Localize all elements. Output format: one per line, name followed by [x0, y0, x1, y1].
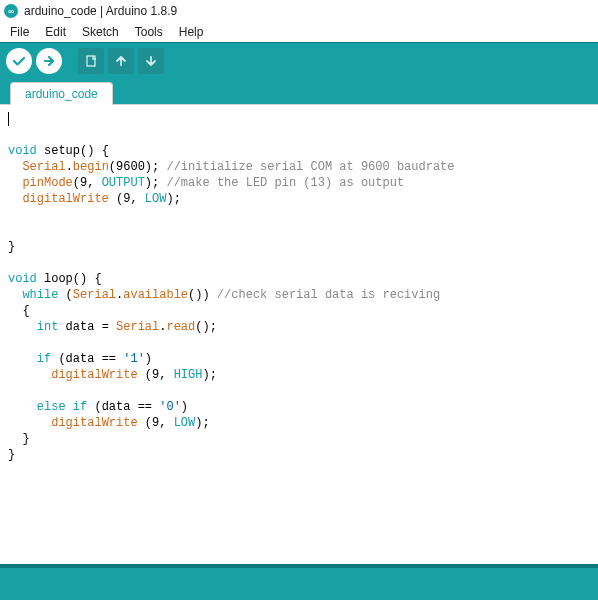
menu-file[interactable]: File: [4, 23, 35, 41]
code-text: (data ==: [87, 400, 159, 414]
code-text: [8, 352, 37, 366]
code-text: () {: [80, 144, 109, 158]
arrow-down-icon: [144, 54, 158, 68]
arrow-up-icon: [114, 54, 128, 68]
code-text: [8, 192, 22, 206]
window-title: arduino_code | Arduino 1.8.9: [24, 4, 177, 18]
tabstrip: arduino_code: [0, 78, 598, 104]
code-comment: //initialize serial COM at 9600 baudrate: [159, 160, 454, 174]
code-text: }: [8, 240, 15, 254]
code-fn: digitalWrite: [51, 416, 137, 430]
code-str: '0': [159, 400, 181, 414]
code-comment: //check serial data is reciving: [210, 288, 440, 302]
code-text: [8, 288, 22, 302]
code-text: [8, 368, 51, 382]
code-fn: available: [123, 288, 188, 302]
code-text: ): [181, 400, 188, 414]
code-text: () {: [73, 272, 102, 286]
code-text: [8, 400, 37, 414]
code-text: (9600);: [109, 160, 159, 174]
code-fn: Serial: [116, 320, 159, 334]
titlebar: ∞ arduino_code | Arduino 1.8.9: [0, 0, 598, 22]
menubar: File Edit Sketch Tools Help: [0, 22, 598, 42]
console-panel: [0, 564, 598, 600]
code-fn: digitalWrite: [22, 192, 108, 206]
code-str: '1': [123, 352, 145, 366]
code-text: (data ==: [51, 352, 123, 366]
code-kw: void: [8, 144, 37, 158]
new-file-icon: [84, 54, 98, 68]
code-text: [8, 320, 37, 334]
code-fn: read: [166, 320, 195, 334]
code-kw: void: [8, 272, 37, 286]
code-text: ()): [188, 288, 210, 302]
text-cursor: [8, 112, 9, 126]
code-text: ): [145, 352, 152, 366]
save-button[interactable]: [138, 48, 164, 74]
code-text: }: [8, 432, 30, 446]
code-kw: int: [37, 320, 59, 334]
code-text: );: [166, 192, 180, 206]
tab-current[interactable]: arduino_code: [10, 82, 113, 105]
code-text: [8, 160, 22, 174]
code-const: OUTPUT: [102, 176, 145, 190]
code-kw: if: [37, 352, 51, 366]
menu-tools[interactable]: Tools: [129, 23, 169, 41]
code-const: LOW: [145, 192, 167, 206]
code-text: {: [8, 304, 30, 318]
new-button[interactable]: [78, 48, 104, 74]
check-icon: [12, 54, 26, 68]
code-fn: pinMode: [22, 176, 72, 190]
code-text: data =: [58, 320, 116, 334]
code-comment: //make the LED pin (13) as output: [159, 176, 404, 190]
code-text: );: [195, 416, 209, 430]
menu-sketch[interactable]: Sketch: [76, 23, 125, 41]
code-fn: begin: [73, 160, 109, 174]
arrow-right-icon: [42, 54, 56, 68]
code-text: (: [58, 288, 72, 302]
code-editor[interactable]: void setup() { Serial.begin(9600); //ini…: [0, 104, 598, 564]
code-const: HIGH: [174, 368, 203, 382]
code-kw: while: [22, 288, 58, 302]
code-text: (9,: [138, 416, 174, 430]
code-fn: Serial: [22, 160, 65, 174]
verify-button[interactable]: [6, 48, 32, 74]
code-text: );: [145, 176, 159, 190]
code-text: setup: [37, 144, 80, 158]
code-fn: Serial: [73, 288, 116, 302]
code-text: loop: [37, 272, 73, 286]
code-text: (9,: [73, 176, 102, 190]
svg-rect-0: [87, 56, 95, 66]
code-text: [8, 416, 51, 430]
code-text: .: [66, 160, 73, 174]
code-fn: digitalWrite: [51, 368, 137, 382]
code-text: }: [8, 448, 15, 462]
code-text: (9,: [138, 368, 174, 382]
arduino-app-icon: ∞: [4, 4, 18, 18]
menu-help[interactable]: Help: [173, 23, 210, 41]
toolbar: [0, 42, 598, 78]
code-text: );: [202, 368, 216, 382]
upload-button[interactable]: [36, 48, 62, 74]
open-button[interactable]: [108, 48, 134, 74]
code-text: (9,: [109, 192, 145, 206]
code-kw: else if: [37, 400, 87, 414]
code-const: LOW: [174, 416, 196, 430]
menu-edit[interactable]: Edit: [39, 23, 72, 41]
code-text: [8, 176, 22, 190]
code-text: ();: [195, 320, 217, 334]
